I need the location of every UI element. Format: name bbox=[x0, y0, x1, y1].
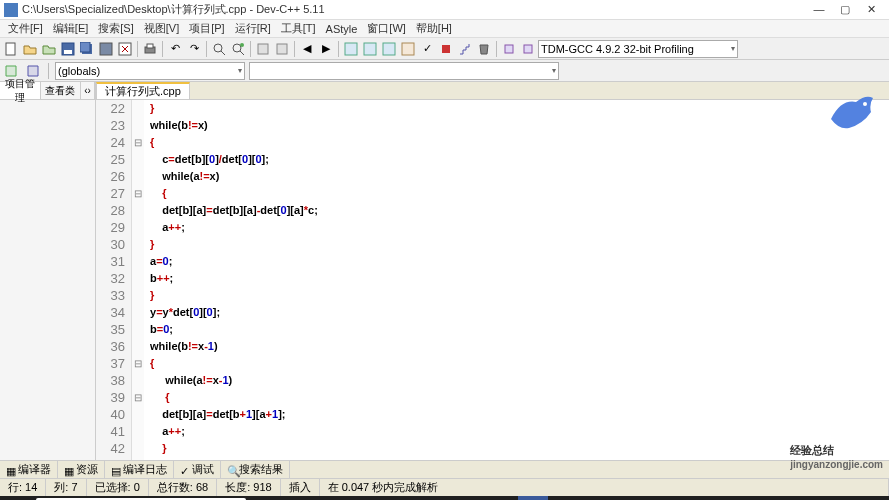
save-all-icon[interactable] bbox=[78, 40, 96, 58]
replace-icon[interactable] bbox=[229, 40, 247, 58]
menu-item[interactable]: 文件[F] bbox=[4, 21, 47, 36]
back-icon[interactable]: ◀ bbox=[298, 40, 316, 58]
fold-marker[interactable] bbox=[132, 321, 144, 338]
new-file-icon[interactable] bbox=[2, 40, 20, 58]
rebuild-icon[interactable] bbox=[361, 40, 379, 58]
sidebar-tab-classes[interactable]: 查看类 bbox=[41, 82, 82, 99]
fold-marker[interactable] bbox=[132, 457, 144, 460]
open-file-icon[interactable] bbox=[21, 40, 39, 58]
profile-icon[interactable] bbox=[456, 40, 474, 58]
compiler-select[interactable]: TDM-GCC 4.9.2 32-bit Profiling ▾ bbox=[538, 40, 738, 58]
trash-icon[interactable] bbox=[475, 40, 493, 58]
fold-marker[interactable] bbox=[132, 440, 144, 457]
code-line[interactable]: { bbox=[144, 355, 154, 372]
save-as-icon[interactable] bbox=[97, 40, 115, 58]
maximize-button[interactable]: ▢ bbox=[839, 3, 851, 16]
run-icon[interactable] bbox=[273, 40, 291, 58]
fold-marker[interactable] bbox=[132, 406, 144, 423]
fold-marker[interactable]: ⊟ bbox=[132, 134, 144, 151]
code-line[interactable]: { bbox=[144, 134, 154, 151]
sidebar-tab-more[interactable]: ‹› bbox=[81, 82, 95, 99]
print-icon[interactable] bbox=[141, 40, 159, 58]
code-line[interactable]: } bbox=[144, 100, 154, 117]
code-line[interactable]: } bbox=[144, 236, 154, 253]
bottom-tab[interactable]: ▦编译器 bbox=[0, 461, 58, 478]
code-line[interactable]: b++; bbox=[144, 457, 185, 460]
fold-marker[interactable]: ⊟ bbox=[132, 389, 144, 406]
taskview-icon[interactable]: ⊞ bbox=[248, 496, 278, 500]
menu-item[interactable]: 帮助[H] bbox=[412, 21, 456, 36]
fold-marker[interactable] bbox=[132, 372, 144, 389]
forward-icon[interactable]: ▶ bbox=[317, 40, 335, 58]
menu-item[interactable]: 搜索[S] bbox=[94, 21, 137, 36]
fold-marker[interactable] bbox=[132, 168, 144, 185]
open-project-icon[interactable] bbox=[40, 40, 58, 58]
security-icon[interactable]: ⛨ bbox=[488, 496, 518, 500]
fold-marker[interactable] bbox=[132, 270, 144, 287]
debug-icon[interactable]: ✓ bbox=[418, 40, 436, 58]
undo-icon[interactable]: ↶ bbox=[166, 40, 184, 58]
close-button[interactable]: ✕ bbox=[865, 3, 877, 16]
fold-marker[interactable] bbox=[132, 304, 144, 321]
paint-icon[interactable]: 🖌 bbox=[548, 496, 578, 500]
code-line[interactable]: a++; bbox=[144, 219, 185, 236]
code-line[interactable]: det[b][a]=det[b+1][a+1]; bbox=[144, 406, 285, 423]
start-button[interactable] bbox=[0, 496, 34, 500]
fold-marker[interactable] bbox=[132, 236, 144, 253]
redo-icon[interactable]: ↷ bbox=[185, 40, 203, 58]
code-line[interactable]: } bbox=[144, 440, 167, 457]
code-line[interactable]: } bbox=[144, 287, 154, 304]
debug-over-icon[interactable] bbox=[519, 40, 537, 58]
code-line[interactable]: y=y*det[0][0]; bbox=[144, 304, 220, 321]
stop-icon[interactable] bbox=[437, 40, 455, 58]
menu-item[interactable]: 编辑[E] bbox=[49, 21, 92, 36]
edge-icon[interactable]: e bbox=[308, 496, 338, 500]
code-line[interactable]: while(b!=x) bbox=[144, 117, 208, 134]
fold-marker[interactable] bbox=[132, 253, 144, 270]
devcpp-icon[interactable]: ▮ bbox=[518, 496, 548, 500]
code-line[interactable]: while(b!=x-1) bbox=[144, 338, 218, 355]
compile-run-icon[interactable] bbox=[342, 40, 360, 58]
code-line[interactable]: b++; bbox=[144, 270, 173, 287]
code-line[interactable]: while(a!=x) bbox=[144, 168, 219, 185]
code-line[interactable]: while(a!=x-1) bbox=[144, 372, 232, 389]
fold-marker[interactable] bbox=[132, 100, 144, 117]
compile-icon[interactable] bbox=[254, 40, 272, 58]
fold-marker[interactable]: ⊟ bbox=[132, 355, 144, 372]
minimize-button[interactable]: — bbox=[813, 3, 825, 16]
wps-icon[interactable]: W bbox=[458, 496, 488, 500]
code-line[interactable]: { bbox=[144, 185, 167, 202]
app1-icon[interactable]: ◆ bbox=[368, 496, 398, 500]
file-tab-active[interactable]: 计算行列式.cpp bbox=[96, 82, 190, 99]
close-file-icon[interactable] bbox=[116, 40, 134, 58]
menu-item[interactable]: AStyle bbox=[322, 23, 362, 35]
code-line[interactable]: { bbox=[144, 389, 170, 406]
bottom-tab[interactable]: ▦资源 bbox=[58, 461, 105, 478]
fold-marker[interactable] bbox=[132, 423, 144, 440]
menu-item[interactable]: 窗口[W] bbox=[363, 21, 410, 36]
menu-item[interactable]: 视图[V] bbox=[140, 21, 183, 36]
fold-marker[interactable] bbox=[132, 151, 144, 168]
code-line[interactable]: b=0; bbox=[144, 321, 173, 338]
fold-marker[interactable] bbox=[132, 117, 144, 134]
save-icon[interactable] bbox=[59, 40, 77, 58]
code-editor[interactable]: 22}23while(b!=x)24⊟{25 c=det[b][0]/det[0… bbox=[96, 100, 889, 460]
code-line[interactable]: a++; bbox=[144, 423, 185, 440]
explorer-icon[interactable]: ▮ bbox=[278, 496, 308, 500]
scope-select[interactable]: (globals) ▾ bbox=[55, 62, 245, 80]
menu-item[interactable]: 项目[P] bbox=[185, 21, 228, 36]
bottom-tab[interactable]: ✓调试 bbox=[174, 461, 221, 478]
fold-marker[interactable]: ⊟ bbox=[132, 185, 144, 202]
chrome-icon[interactable] bbox=[428, 496, 458, 500]
find-icon[interactable] bbox=[210, 40, 228, 58]
member-select[interactable]: ▾ bbox=[249, 62, 559, 80]
compile-current-icon[interactable] bbox=[380, 40, 398, 58]
menu-item[interactable]: 工具[T] bbox=[277, 21, 320, 36]
menu-item[interactable]: 运行[R] bbox=[231, 21, 275, 36]
fold-marker[interactable] bbox=[132, 287, 144, 304]
store-icon[interactable]: ⛶ bbox=[338, 496, 368, 500]
options-icon[interactable] bbox=[399, 40, 417, 58]
bottom-tab[interactable]: 🔍搜索结果 bbox=[221, 461, 290, 478]
code-line[interactable]: a=0; bbox=[144, 253, 172, 270]
fold-marker[interactable] bbox=[132, 202, 144, 219]
